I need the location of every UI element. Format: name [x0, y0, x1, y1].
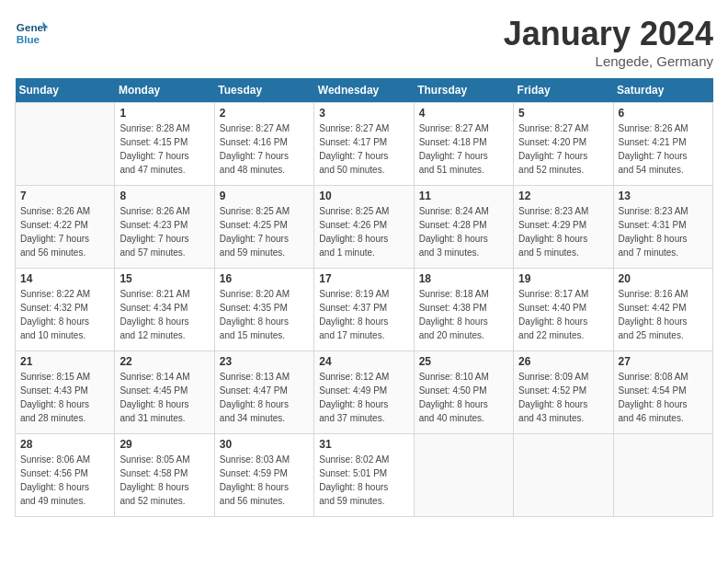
- table-row: 18Sunrise: 8:18 AMSunset: 4:38 PMDayligh…: [414, 269, 513, 351]
- day-number: 25: [419, 355, 508, 368]
- day-info: Sunrise: 8:06 AMSunset: 4:56 PMDaylight:…: [20, 453, 109, 508]
- day-number: 22: [119, 355, 209, 368]
- day-number: 8: [119, 190, 209, 202]
- table-row: [16, 103, 115, 186]
- table-row: 30Sunrise: 8:03 AMSunset: 4:59 PMDayligh…: [214, 434, 313, 517]
- calendar-week-row: 14Sunrise: 8:22 AMSunset: 4:32 PMDayligh…: [16, 269, 713, 351]
- table-row: 27Sunrise: 8:08 AMSunset: 4:54 PMDayligh…: [613, 351, 712, 434]
- day-number: 26: [518, 355, 608, 368]
- day-number: 23: [220, 355, 309, 368]
- table-row: 7Sunrise: 8:26 AMSunset: 4:22 PMDaylight…: [16, 186, 115, 269]
- day-number: 14: [20, 272, 109, 285]
- table-row: 23Sunrise: 8:13 AMSunset: 4:47 PMDayligh…: [214, 351, 313, 434]
- table-row: 9Sunrise: 8:25 AMSunset: 4:25 PMDaylight…: [214, 186, 313, 269]
- table-row: 2Sunrise: 8:27 AMSunset: 4:16 PMDaylight…: [214, 103, 313, 186]
- table-row: 25Sunrise: 8:10 AMSunset: 4:50 PMDayligh…: [414, 351, 513, 434]
- day-info: Sunrise: 8:26 AMSunset: 4:21 PMDaylight:…: [619, 121, 708, 177]
- day-info: Sunrise: 8:13 AMSunset: 4:47 PMDaylight:…: [220, 370, 309, 425]
- table-row: 22Sunrise: 8:14 AMSunset: 4:45 PMDayligh…: [115, 351, 214, 434]
- day-info: Sunrise: 8:26 AMSunset: 4:22 PMDaylight:…: [20, 204, 109, 259]
- day-number: 21: [20, 355, 109, 368]
- day-number: 27: [619, 355, 708, 368]
- table-row: 21Sunrise: 8:15 AMSunset: 4:43 PMDayligh…: [16, 351, 115, 434]
- col-thursday: Thursday: [414, 78, 513, 103]
- title-block: January 2024 Lengede, Germany: [504, 15, 713, 69]
- day-info: Sunrise: 8:03 AMSunset: 4:59 PMDaylight:…: [220, 453, 309, 508]
- day-number: 19: [518, 272, 608, 285]
- table-row: 12Sunrise: 8:23 AMSunset: 4:29 PMDayligh…: [514, 186, 613, 269]
- day-info: Sunrise: 8:15 AMSunset: 4:43 PMDaylight:…: [20, 370, 109, 425]
- day-info: Sunrise: 8:28 AMSunset: 4:15 PMDaylight:…: [119, 121, 209, 177]
- day-number: 5: [518, 107, 608, 120]
- table-row: 8Sunrise: 8:26 AMSunset: 4:23 PMDaylight…: [115, 186, 214, 269]
- table-row: 10Sunrise: 8:25 AMSunset: 4:26 PMDayligh…: [314, 186, 414, 269]
- day-number: 29: [119, 438, 209, 451]
- day-number: 1: [119, 107, 209, 120]
- day-number: 12: [518, 190, 608, 202]
- day-info: Sunrise: 8:24 AMSunset: 4:28 PMDaylight:…: [419, 204, 508, 259]
- day-info: Sunrise: 8:23 AMSunset: 4:29 PMDaylight:…: [518, 204, 608, 259]
- day-info: Sunrise: 8:21 AMSunset: 4:34 PMDaylight:…: [119, 287, 209, 342]
- table-row: 19Sunrise: 8:17 AMSunset: 4:40 PMDayligh…: [514, 269, 613, 351]
- day-info: Sunrise: 8:25 AMSunset: 4:25 PMDaylight:…: [220, 204, 309, 259]
- table-row: 24Sunrise: 8:12 AMSunset: 4:49 PMDayligh…: [314, 351, 414, 434]
- table-row: 16Sunrise: 8:20 AMSunset: 4:35 PMDayligh…: [214, 269, 313, 351]
- day-info: Sunrise: 8:26 AMSunset: 4:23 PMDaylight:…: [119, 204, 209, 259]
- table-row: 13Sunrise: 8:23 AMSunset: 4:31 PMDayligh…: [613, 186, 712, 269]
- table-row: 31Sunrise: 8:02 AMSunset: 5:01 PMDayligh…: [314, 434, 414, 517]
- day-info: Sunrise: 8:08 AMSunset: 4:54 PMDaylight:…: [619, 370, 708, 425]
- table-row: 20Sunrise: 8:16 AMSunset: 4:42 PMDayligh…: [613, 269, 712, 351]
- day-number: 17: [319, 272, 408, 285]
- day-number: 24: [319, 355, 408, 368]
- day-number: 6: [619, 107, 708, 120]
- table-row: 4Sunrise: 8:27 AMSunset: 4:18 PMDaylight…: [414, 103, 513, 186]
- day-info: Sunrise: 8:09 AMSunset: 4:52 PMDaylight:…: [518, 370, 608, 425]
- day-number: 16: [220, 272, 309, 285]
- table-row: 15Sunrise: 8:21 AMSunset: 4:34 PMDayligh…: [115, 269, 214, 351]
- table-row: 3Sunrise: 8:27 AMSunset: 4:17 PMDaylight…: [314, 103, 414, 186]
- logo-icon: General Blue: [15, 15, 48, 48]
- col-wednesday: Wednesday: [314, 78, 414, 103]
- table-row: [514, 434, 613, 517]
- col-sunday: Sunday: [16, 78, 115, 103]
- calendar-week-row: 1Sunrise: 8:28 AMSunset: 4:15 PMDaylight…: [16, 103, 713, 186]
- day-number: 13: [619, 190, 708, 202]
- table-row: 26Sunrise: 8:09 AMSunset: 4:52 PMDayligh…: [514, 351, 613, 434]
- table-row: 28Sunrise: 8:06 AMSunset: 4:56 PMDayligh…: [16, 434, 115, 517]
- day-number: 7: [20, 190, 109, 202]
- table-row: 14Sunrise: 8:22 AMSunset: 4:32 PMDayligh…: [16, 269, 115, 351]
- day-info: Sunrise: 8:05 AMSunset: 4:58 PMDaylight:…: [119, 453, 209, 508]
- calendar-header-row: Sunday Monday Tuesday Wednesday Thursday…: [16, 78, 713, 103]
- day-info: Sunrise: 8:27 AMSunset: 4:17 PMDaylight:…: [319, 121, 408, 177]
- calendar-table: Sunday Monday Tuesday Wednesday Thursday…: [15, 78, 713, 517]
- col-saturday: Saturday: [613, 78, 712, 103]
- table-row: [613, 434, 712, 517]
- day-number: 30: [220, 438, 309, 451]
- month-title: January 2024: [504, 15, 713, 53]
- day-info: Sunrise: 8:25 AMSunset: 4:26 PMDaylight:…: [319, 204, 408, 259]
- day-info: Sunrise: 8:18 AMSunset: 4:38 PMDaylight:…: [419, 287, 508, 342]
- table-row: 17Sunrise: 8:19 AMSunset: 4:37 PMDayligh…: [314, 269, 414, 351]
- day-number: 18: [419, 272, 508, 285]
- day-number: 15: [119, 272, 209, 285]
- table-row: 1Sunrise: 8:28 AMSunset: 4:15 PMDaylight…: [115, 103, 214, 186]
- day-number: 28: [20, 438, 109, 451]
- table-row: 11Sunrise: 8:24 AMSunset: 4:28 PMDayligh…: [414, 186, 513, 269]
- day-info: Sunrise: 8:17 AMSunset: 4:40 PMDaylight:…: [518, 287, 608, 342]
- day-info: Sunrise: 8:14 AMSunset: 4:45 PMDaylight:…: [119, 370, 209, 425]
- logo: General Blue: [15, 15, 48, 48]
- day-number: 3: [319, 107, 408, 120]
- day-info: Sunrise: 8:16 AMSunset: 4:42 PMDaylight:…: [619, 287, 708, 342]
- day-info: Sunrise: 8:10 AMSunset: 4:50 PMDaylight:…: [419, 370, 508, 425]
- day-number: 9: [220, 190, 309, 202]
- calendar-week-row: 7Sunrise: 8:26 AMSunset: 4:22 PMDaylight…: [16, 186, 713, 269]
- day-number: 20: [619, 272, 708, 285]
- day-info: Sunrise: 8:23 AMSunset: 4:31 PMDaylight:…: [619, 204, 708, 259]
- day-info: Sunrise: 8:20 AMSunset: 4:35 PMDaylight:…: [220, 287, 309, 342]
- svg-text:Blue: Blue: [17, 33, 40, 45]
- day-info: Sunrise: 8:19 AMSunset: 4:37 PMDaylight:…: [319, 287, 408, 342]
- col-monday: Monday: [115, 78, 214, 103]
- day-number: 31: [319, 438, 408, 451]
- calendar-week-row: 28Sunrise: 8:06 AMSunset: 4:56 PMDayligh…: [16, 434, 713, 517]
- day-number: 10: [319, 190, 408, 202]
